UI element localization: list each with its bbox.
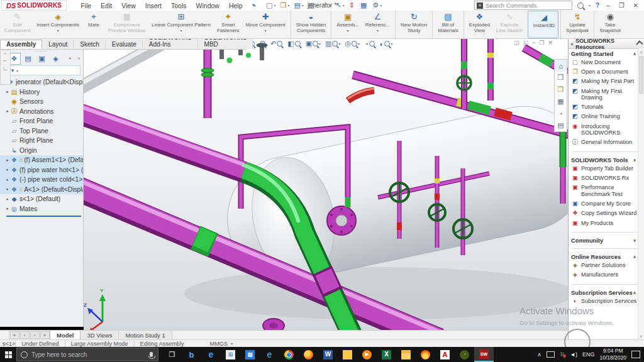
search-icon[interactable] [577,3,584,9]
ribbon-button[interactable]: ✚ Move Component ▾ [243,11,289,38]
quick-access-button[interactable]: ▢ ▾ [266,1,275,9]
ribbon-button[interactable]: ∿ Explode Line Sketch [493,11,526,38]
search-commands-box[interactable]: » Search Commands [474,1,572,10]
taskbar-button[interactable]: X [377,347,396,362]
doc-close-icon[interactable]: ✕ [548,40,553,46]
doc-minimize-icon[interactable]: – [532,40,535,46]
menu-item[interactable]: Window [196,2,219,9]
taskbar-button[interactable] [299,347,318,362]
taskbar-button[interactable]: ❒ [162,347,182,362]
tree-item[interactable]: ▱ Right Plane [0,136,83,146]
start-button[interactable] [0,347,16,362]
taskbar-button[interactable]: A [435,347,455,362]
ribbon-button[interactable]: ▦ Component Preview Window [105,11,148,38]
ribbon-button[interactable]: ↻ New Motion Study [395,11,430,38]
task-pane-link[interactable]: ◈ Manufacturers [571,270,641,280]
scrollbar-thumb[interactable] [639,56,643,94]
close-button[interactable]: ✕ [631,2,640,9]
view-tool-button[interactable] [260,41,266,47]
language-indicator[interactable]: ENG [582,351,595,358]
volume-icon[interactable]: ◄) [570,351,577,358]
ribbon-button[interactable]: ⊞ Linear Component Pattern ▾ [148,11,214,38]
view-tool-button[interactable]: ◧ [287,40,301,48]
tree-filter-box[interactable]: ▼ ▾ [8,65,80,75]
expand-arrow-icon[interactable]: ▸ [5,109,10,114]
task-pane-link[interactable]: ❐ Open a Document [571,67,641,76]
ribbon-button[interactable]: ↯ Update Speedpak [560,11,592,38]
quick-access-button[interactable]: ▤ ▾ [294,1,303,9]
scroll-up-icon[interactable]: ∧ [638,50,644,54]
doc-prev-icon[interactable]: ◲ [514,40,519,46]
quick-access-button[interactable]: ▥ ▾ [308,1,318,9]
pin-pane-icon[interactable] [636,40,643,47]
view-tool-button[interactable]: ▣ ▾ [306,40,321,48]
taskbar-button[interactable]: W [318,347,338,362]
pin-menu-icon[interactable]: ✒ [250,1,257,9]
ribbon-button[interactable]: ⌖ Mate [82,11,105,38]
ribbon-button[interactable]: ✎ Edit Component [1,11,33,38]
panel-tab[interactable]: ◈ [49,53,62,65]
task-pane-link[interactable]: ▢ New Document [571,57,641,67]
tab-scroll-button[interactable]: » [40,331,50,339]
display-icon[interactable] [547,351,555,358]
route-tool-icon[interactable]: ⌐ [4,57,7,63]
taskbar-button[interactable]: e [201,347,221,362]
task-pane-link[interactable]: ▣ Property Tab Builder [571,163,641,173]
tree-item[interactable]: ▸ ❖ (-) pipe water cold<1> (De [0,175,83,185]
tree-item[interactable]: ▸ ❖ (f) pipe water hot<1> (Defa [0,165,83,175]
task-pane-link[interactable]: ◩ Online Training [571,112,641,121]
restore-button[interactable]: ❐ [617,2,626,9]
menu-item[interactable]: View [121,2,136,9]
tray-chevron-icon[interactable]: ∧ [537,351,541,358]
expand-arrow-icon[interactable]: ▸ [5,206,10,211]
scroll-down-icon[interactable]: ∨ [638,334,644,338]
ribbon-button[interactable]: ◒ Show Hidden Components [291,11,330,38]
help-button[interactable]: ? [596,2,599,9]
tab-scroll-button[interactable]: ‹ [20,331,30,339]
minimize-button[interactable]: – [604,2,612,9]
task-pane-tab[interactable]: ❒ [555,72,567,84]
quick-access-button[interactable]: ❐ ▾ [280,1,289,9]
view-tool-button[interactable]: ▥ ▾ [325,40,340,48]
task-pane-link[interactable]: ◐ Subscription Services [571,296,641,305]
menu-item[interactable]: File [80,2,91,9]
doc-restore-icon[interactable]: ❐ [539,40,544,46]
expand-arrow-icon[interactable]: ▸ [5,187,10,192]
task-pane-tab[interactable]: ◔ [555,107,567,119]
task-pane-scrollbar[interactable]: ∧ ∨ [638,48,644,339]
search-caret-icon[interactable]: ▾ [589,3,591,8]
task-pane-link[interactable]: ◩ Tutorials [571,102,641,112]
task-pane-link[interactable]: ▣ SOLIDWORKS Rx [571,173,641,183]
task-pane-link[interactable]: ▣ My Products [571,218,641,228]
expand-arrow-icon[interactable]: ▸ [5,197,10,202]
task-pane-link[interactable]: ◈ Partner Solutions [571,260,641,270]
document-tab[interactable]: 3D Views [80,331,119,339]
ribbon-button[interactable]: ▤ Bill of Materials [432,11,461,38]
quick-access-button[interactable]: ↖ ▾ [335,1,344,9]
command-tab[interactable]: Assembly [0,40,42,49]
taskbar-button[interactable]: SW [474,347,494,362]
action-center-icon[interactable] [631,351,640,358]
tab-scroll-button[interactable]: › [30,331,40,339]
rollback-bar[interactable] [6,216,81,217]
task-pane-link[interactable]: ❖ Copy Settings Wizard [571,209,641,218]
quick-access-button[interactable]: ⚙ ▾ [372,1,382,9]
clock[interactable]: 9:04 PM 10/18/2020 [599,348,626,361]
task-pane-tab[interactable]: ▦ [555,96,567,107]
task-pane-link[interactable]: ◩ Making My First Part [571,77,641,86]
ribbon-button[interactable]: ◈ Insert Components ▾ [33,11,82,38]
network-error-flag-icon[interactable]: ⚐ [560,351,565,358]
tree-item[interactable]: ▸ ❖ ⚠ (f) Assem1<1> (Default [0,155,83,165]
microphone-icon[interactable] [150,352,153,357]
ribbon-button[interactable]: ◉ Take Snapshot [594,11,624,38]
collapse-pane-icon[interactable]: « [570,41,574,47]
tree-item[interactable]: ◉ Sensors [0,97,83,107]
view-tool-button[interactable]: ◎ ▾ [345,40,360,48]
tree-item[interactable]: ▸ ▤ History [0,87,83,97]
taskbar-search-box[interactable]: Type here to search [16,348,158,361]
taskbar-button[interactable]: ◔ [455,347,474,362]
expand-arrow-icon[interactable]: ▸ [5,89,10,94]
taskbar-button[interactable]: e [260,347,279,362]
command-tab[interactable]: Layout [42,40,74,49]
document-tab[interactable]: Motion Study 1 [119,331,172,339]
